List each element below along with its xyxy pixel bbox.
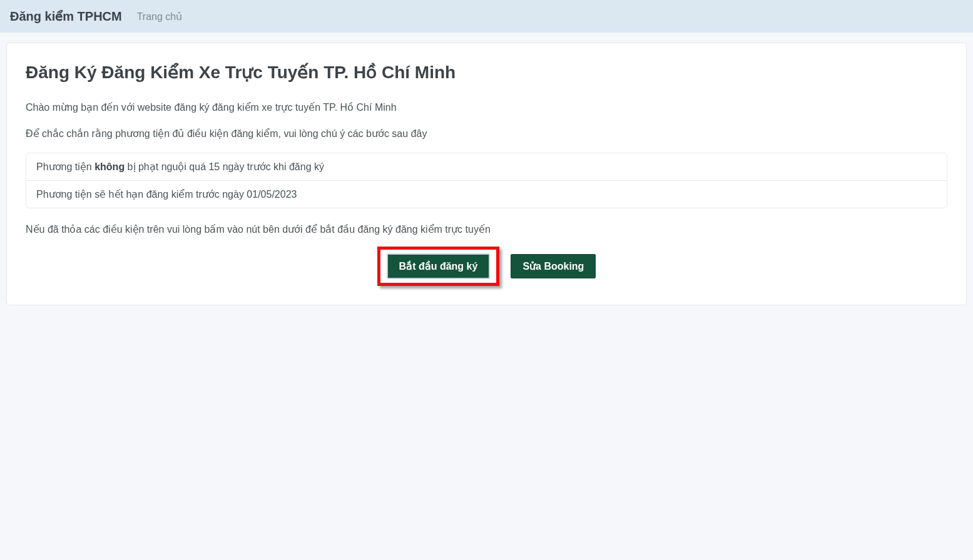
navbar: Đăng kiểm TPHCM Trang chủ [0,0,973,33]
page-title: Đăng Ký Đăng Kiểm Xe Trực Tuyến TP. Hồ C… [26,62,947,83]
start-registration-button[interactable]: Bắt đầu đăng ký [387,253,491,279]
intro-instructions: Để chắc chắn rằng phương tiện đủ điều ki… [26,126,947,141]
button-row: Bắt đầu đăng ký Sửa Booking [26,247,947,286]
main-card: Đăng Ký Đăng Kiểm Xe Trực Tuyến TP. Hồ C… [6,43,967,305]
requirement-text-prefix: Phương tiện [36,161,94,172]
requirements-list: Phương tiện không bị phạt nguội quá 15 n… [26,153,947,208]
main-container: Đăng Ký Đăng Kiểm Xe Trực Tuyến TP. Hồ C… [6,43,967,305]
intro-welcome: Chào mừng bạn đến với website đăng ký đă… [26,100,947,115]
navbar-brand[interactable]: Đăng kiểm TPHCM [10,9,122,24]
requirement-item: Phương tiện không bị phạt nguội quá 15 n… [26,153,947,181]
navbar-home-link[interactable]: Trang chủ [137,11,183,23]
requirement-text-suffix: bị phạt nguội quá 15 ngày trước khi đăng… [125,161,324,172]
edit-booking-button[interactable]: Sửa Booking [511,254,596,278]
highlight-annotation: Bắt đầu đăng ký [377,247,500,286]
requirement-text-bold: không [94,161,125,172]
cta-text: Nếu đã thỏa các điều kiện trên vui lòng … [26,223,947,235]
requirement-item: Phương tiện sẽ hết hạn đăng kiểm trước n… [26,181,947,208]
requirement-text-prefix: Phương tiện sẽ hết hạn đăng kiểm trước n… [36,189,297,200]
